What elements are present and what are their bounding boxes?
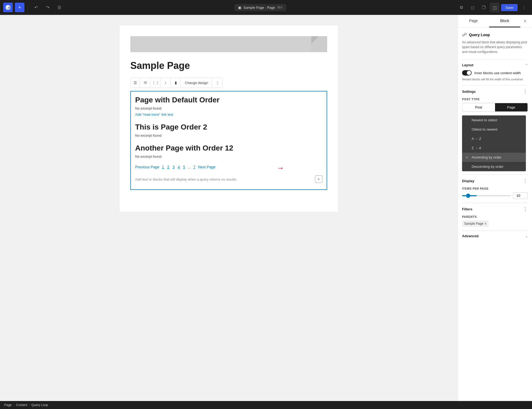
query-block-icon-button[interactable]: IS <box>141 78 150 87</box>
more-block-options-button[interactable]: ⋮ <box>213 78 222 87</box>
alignment-button[interactable]: ▮ <box>171 78 181 87</box>
close-sidebar-button[interactable]: × <box>520 16 530 26</box>
more-options-button[interactable]: ⋮ <box>519 3 529 12</box>
items-per-page-row <box>462 192 528 199</box>
settings-menu-icon[interactable]: ⋮ <box>523 89 528 94</box>
page-number-2[interactable]: 2 <box>167 165 169 169</box>
post-type-page-button[interactable]: Page <box>495 103 528 111</box>
pagination-ellipsis: ... <box>188 165 191 169</box>
tab-block[interactable]: Block <box>489 15 521 27</box>
settings-section-header[interactable]: Settings ⋮ <box>462 85 528 98</box>
block-description: An advanced block that allows displaying… <box>462 40 528 54</box>
block-info-header: ☍ Query Loop <box>462 32 528 38</box>
view-button[interactable]: ◻ <box>468 3 477 12</box>
query-loop-icon: ☍ <box>462 32 467 38</box>
display-section-header[interactable]: Display ⋮ <box>462 174 528 187</box>
post-type-post-button[interactable]: Post <box>462 103 495 111</box>
settings-section-body: POST TYPE Post Page Newest to oldest Old… <box>462 98 528 171</box>
add-block-topbar-button[interactable]: + <box>15 3 24 12</box>
breadcrumb-query-loop[interactable]: Query Loop <box>31 403 48 407</box>
page-number-7[interactable]: 7 <box>193 165 196 169</box>
document-overview-button[interactable]: ☰ <box>55 3 64 12</box>
page-number-5[interactable]: 5 <box>183 165 185 169</box>
layout-section-header[interactable]: Layout ⌃ <box>462 60 528 70</box>
next-page-link[interactable]: Next Page <box>198 165 215 169</box>
advanced-label: Advanced <box>462 234 479 238</box>
external-link-button[interactable]: ⧉ <box>456 3 466 12</box>
top-bar: + ↶ ↷ ☰ ▣ Sample Page · Page ⌘K ⧉ ◻ ❐ ◫ … <box>0 0 532 15</box>
settings-panel-button[interactable]: ◫ <box>490 3 500 12</box>
undo-button[interactable]: ↶ <box>31 3 41 12</box>
drag-handle-button[interactable]: ⋮⋮ <box>151 78 160 87</box>
display-menu-icon[interactable]: ⋮ <box>523 178 528 184</box>
parents-tags: Sample Page × <box>462 220 528 227</box>
change-design-button[interactable]: Change design <box>181 78 212 87</box>
parent-tag: Sample Page × <box>462 220 489 227</box>
layout-collapse-icon: ⌃ <box>525 63 528 67</box>
query-loop-block: Page with Default Order No excerpt found… <box>130 91 327 190</box>
breadcrumb-sep-2: › <box>29 403 30 407</box>
title-pill[interactable]: ▣ Sample Page · Page ⌘K <box>234 4 286 11</box>
order-option-label: Descending by order <box>472 165 504 169</box>
page-number-1[interactable]: 1 <box>162 165 164 169</box>
content-width-toggle-row: Inner blocks use content width <box>462 70 528 76</box>
filters-section-header[interactable]: Filters ⋮ <box>462 203 528 215</box>
advanced-expand-icon: ⌄ <box>525 234 528 238</box>
order-oldest-newest[interactable]: Oldest to newest <box>462 125 526 134</box>
post-excerpt: No excerpt found <box>135 155 322 158</box>
zoom-button[interactable]: ❐ <box>479 3 488 12</box>
order-newest-oldest[interactable]: Newest to oldest <box>462 115 526 125</box>
settings-label: Settings <box>462 90 476 94</box>
document-icon: ▣ <box>238 6 241 10</box>
post-item: Page with Default Order No excerpt found… <box>135 96 322 116</box>
display-section-body: ITEMS PER PAGE <box>462 187 528 199</box>
order-option-label: Oldest to newest <box>472 127 497 131</box>
items-per-page-input[interactable] <box>513 192 528 199</box>
editor-title: Sample Page · Page <box>243 6 275 10</box>
breadcrumb-content[interactable]: Content <box>16 403 27 407</box>
filters-menu-icon[interactable]: ⋮ <box>523 206 528 212</box>
block-name: Query Loop <box>469 33 490 37</box>
order-option-label: Z → A <box>472 146 481 150</box>
items-per-page-setting: ITEMS PER PAGE <box>462 187 528 199</box>
breadcrumb-page[interactable]: Page <box>4 403 12 407</box>
order-a-z[interactable]: A → Z <box>462 134 526 143</box>
post-type-toggle: Post Page <box>462 103 528 112</box>
items-per-page-label: ITEMS PER PAGE <box>462 187 528 190</box>
content-width-toggle[interactable] <box>462 70 472 76</box>
redo-button[interactable]: ↷ <box>43 3 52 12</box>
layout-label: Layout <box>462 63 473 67</box>
order-descending[interactable]: Descending by order <box>462 162 526 171</box>
order-option-label: A → Z <box>472 137 481 141</box>
editor-area: Sample Page ☰ IS ⋮⋮ ↕ ▮ Change design ⋮ … <box>0 15 458 401</box>
keyboard-shortcut: ⌘K <box>277 6 282 9</box>
divider <box>28 4 28 11</box>
post-item: Another Page with Order 12 No excerpt fo… <box>135 144 322 158</box>
remove-parent-tag-button[interactable]: × <box>484 222 487 226</box>
post-excerpt: No excerpt found <box>135 133 322 137</box>
list-view-button[interactable]: ☰ <box>131 78 140 87</box>
check-icon: ✓ <box>466 156 469 159</box>
previous-page-link[interactable]: Previous Page <box>135 165 159 169</box>
parents-label: PARENTS <box>462 215 528 218</box>
move-up-down-button[interactable]: ↕ <box>161 78 171 87</box>
page-number-3[interactable]: 3 <box>173 165 175 169</box>
post-title[interactable]: Another Page with Order 12 <box>135 144 322 152</box>
post-title[interactable]: This is Page Order 2 <box>135 123 322 131</box>
add-block-button[interactable]: + <box>315 176 322 183</box>
advanced-section-header[interactable]: Advanced ⌄ <box>462 231 528 241</box>
page-title[interactable]: Sample Page <box>130 60 327 71</box>
post-type-label: POST TYPE <box>462 98 528 101</box>
save-button[interactable]: Save <box>501 4 518 11</box>
post-title[interactable]: Page with Default Order <box>135 96 322 104</box>
editor-content: Sample Page ☰ IS ⋮⋮ ↕ ▮ Change design ⋮ … <box>120 26 338 212</box>
order-z-a[interactable]: Z → A <box>462 143 526 153</box>
order-ascending[interactable]: ✓ Ascending by order <box>462 153 526 162</box>
tab-page[interactable]: Page <box>458 15 489 27</box>
parent-tag-label: Sample Page <box>464 222 483 226</box>
page-number-4[interactable]: 4 <box>178 165 180 169</box>
filters-label: Filters <box>462 207 472 211</box>
items-per-page-slider[interactable] <box>462 195 511 196</box>
order-option-label: Ascending by order <box>472 155 501 159</box>
read-more-link[interactable]: Add "read more" link text <box>135 112 173 116</box>
